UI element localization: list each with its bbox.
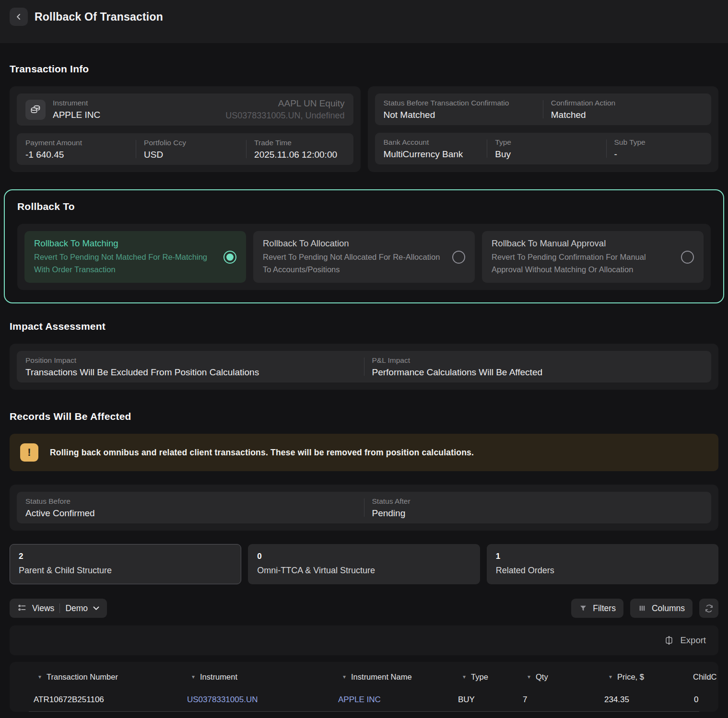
instrument-label: Instrument <box>53 99 220 107</box>
table-row[interactable]: ATR10672B251106 US0378331005.UN APPLE IN… <box>29 688 699 712</box>
columns-button[interactable]: Columns <box>630 599 693 618</box>
status-before-confirmation-label: Status Before Transaction Confirmatio <box>384 99 535 107</box>
divider <box>364 358 364 376</box>
status-panel: Status Before Active Confirmed Status Af… <box>10 485 718 531</box>
payment-row: Payment Amount -1 640.45 Portfolio Ccy U… <box>17 133 353 165</box>
radio-unselected-icon[interactable] <box>681 251 694 264</box>
trade-time-label: Trade Time <box>254 139 344 147</box>
column-header-instrument-name[interactable]: ▾Instrument Name <box>335 672 455 682</box>
confirmation-action-value: Matched <box>551 110 703 120</box>
cell-child-count: 0 <box>685 695 699 705</box>
radio-unselected-icon[interactable] <box>452 251 465 264</box>
sub-type-value: - <box>614 149 703 160</box>
filters-label: Filters <box>593 603 616 614</box>
portfolio-ccy-label: Portfolio Ccy <box>144 139 238 147</box>
cell-instrument-name-link[interactable]: APPLE INC <box>335 695 455 705</box>
column-header-transaction-number[interactable]: ▾Transaction Number <box>31 672 184 682</box>
stat-value: 1 <box>496 552 709 561</box>
divider <box>246 140 247 158</box>
column-header-price[interactable]: ▾Price, $ <box>601 672 685 682</box>
column-header-child-count[interactable]: ChildC <box>685 672 718 682</box>
pnl-impact-label: P&L Impact <box>372 356 703 365</box>
divider <box>364 498 364 517</box>
cell-type: BUY <box>455 695 520 705</box>
records-table: ▾Transaction Number ▾Instrument ▾Instrum… <box>10 662 718 712</box>
page-title: Rollback Of Transaction <box>35 8 163 26</box>
radio-selected-icon[interactable] <box>223 251 236 264</box>
sub-type-label: Sub Type <box>614 138 703 147</box>
column-header-type[interactable]: ▾Type <box>455 672 520 682</box>
back-button[interactable] <box>10 8 28 26</box>
bank-type-row: Bank Account MultiCurrency Bank Type Buy… <box>375 133 712 164</box>
columns-icon <box>638 604 646 613</box>
impact-row: Position Impact Transactions Will Be Exc… <box>17 351 711 382</box>
divider <box>606 139 607 158</box>
position-impact-label: Position Impact <box>25 356 356 365</box>
transaction-info-heading: Transaction Info <box>10 63 718 75</box>
filters-button[interactable]: Filters <box>571 599 623 618</box>
views-list-icon <box>17 603 27 613</box>
refresh-button[interactable] <box>699 599 718 618</box>
instrument-value: APPLE INC <box>53 110 220 120</box>
option-rollback-to-matching[interactable]: Rollback To Matching Revert To Pending N… <box>24 231 246 283</box>
status-confirmation-row: Status Before Transaction Confirmatio No… <box>375 93 712 125</box>
status-after-label: Status After <box>372 497 703 506</box>
column-header-qty[interactable]: ▾Qty <box>520 672 601 682</box>
column-header-instrument[interactable]: ▾Instrument <box>184 672 335 682</box>
columns-label: Columns <box>652 603 685 614</box>
pnl-impact-value: Performance Calculations Will Be Affecte… <box>372 367 703 378</box>
export-label: Export <box>681 635 706 646</box>
option-rollback-to-manual-approval[interactable]: Rollback To Manual Approval Revert To Pe… <box>482 231 704 283</box>
stat-label: Omni-TTCA & Virtual Structure <box>257 566 470 576</box>
status-before-value: Active Confirmed <box>25 508 356 519</box>
caret-down-icon: ▾ <box>192 673 195 680</box>
portfolio-ccy-value: USD <box>144 150 238 160</box>
option-title: Rollback To Matching <box>34 238 217 249</box>
status-row: Status Before Active Confirmed Status Af… <box>17 492 711 523</box>
chevron-left-icon <box>14 12 23 22</box>
views-button[interactable]: Views Demo <box>10 599 107 618</box>
status-before-confirmation-value: Not Matched <box>384 110 535 120</box>
caret-down-icon: ▾ <box>528 673 530 680</box>
views-label: Views <box>32 603 54 614</box>
rollback-options-panel: Rollback To Matching Revert To Pending N… <box>17 224 711 290</box>
warning-banner: ! Rolling back omnibus and related clien… <box>10 434 718 471</box>
status-before-label: Status Before <box>25 497 356 506</box>
impact-panel: Position Impact Transactions Will Be Exc… <box>10 344 718 390</box>
option-description: Revert To Pending Confirmation For Manua… <box>492 251 674 276</box>
stat-value: 0 <box>257 552 470 561</box>
coins-icon <box>25 100 46 120</box>
table-header: ▾Transaction Number ▾Instrument ▾Instrum… <box>10 666 718 688</box>
option-title: Rollback To Manual Approval <box>492 238 674 249</box>
rollback-to-section: Rollback To Rollback To Matching Revert … <box>4 189 724 303</box>
divider <box>543 100 543 118</box>
rollback-to-heading: Rollback To <box>17 201 711 212</box>
payment-amount-label: Payment Amount <box>25 139 128 147</box>
trade-time-value: 2025.11.06 12:00:00 <box>254 150 344 160</box>
refresh-icon <box>704 603 714 614</box>
warning-text: Rolling back omnibus and related client … <box>50 448 474 458</box>
top-bar: Rollback Of Transaction <box>0 0 728 43</box>
divider <box>136 140 136 158</box>
dialog-footer: Close Rollback <box>10 712 718 718</box>
stat-related-orders[interactable]: 1 Related Orders <box>487 544 718 584</box>
payment-amount-value: -1 640.45 <box>25 150 128 160</box>
cell-price: 234.35 <box>601 695 685 705</box>
export-icon <box>664 635 674 646</box>
status-after-value: Pending <box>372 508 703 519</box>
table-toolbar: Views Demo Filters Colu <box>10 599 718 618</box>
bank-account-value: MultiCurrency Bank <box>384 149 480 160</box>
export-button[interactable]: Export <box>664 635 706 646</box>
option-description: Revert To Pending Not Allocated For Re-A… <box>263 251 446 276</box>
cell-instrument-link[interactable]: US0378331005.UN <box>184 695 335 705</box>
caret-down-icon: ▾ <box>463 673 466 680</box>
transaction-info-left-panel: Instrument APPLE INC AAPL UN Equity US03… <box>10 86 361 172</box>
rollback-dialog: Rollback Of Transaction Transaction Info <box>0 0 728 718</box>
caret-down-icon: ▾ <box>609 673 612 680</box>
option-rollback-to-allocation[interactable]: Rollback To Allocation Revert To Pending… <box>253 231 475 283</box>
stat-omni-ttca-virtual-structure[interactable]: 0 Omni-TTCA & Virtual Structure <box>248 544 480 584</box>
stat-label: Parent & Child Structure <box>19 566 232 576</box>
funnel-icon <box>579 604 587 613</box>
stat-parent-child-structure[interactable]: 2 Parent & Child Structure <box>10 544 241 584</box>
position-impact-value: Transactions Will Be Excluded From Posit… <box>25 367 356 378</box>
